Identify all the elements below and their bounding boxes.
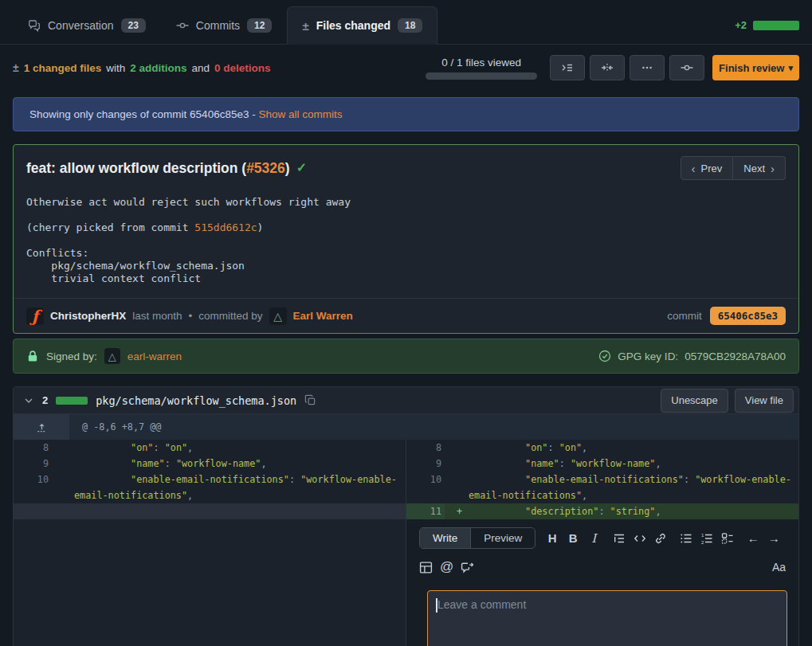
diff-file-name[interactable]: pkg/schema/workflow_schema.json	[96, 394, 296, 407]
deletions-text: 0 deletions	[214, 62, 271, 74]
committer-avatar-logo: △	[273, 311, 282, 322]
whitespace-icon	[601, 61, 614, 74]
code-line-added: "description": "string",	[464, 503, 798, 519]
signer-name[interactable]: earl-warren	[127, 350, 182, 362]
view-file-button[interactable]: View file	[735, 389, 794, 413]
inline-comment-editor: Write Preview H B I	[406, 519, 798, 646]
line-op	[445, 472, 464, 503]
write-tab[interactable]: Write	[420, 528, 471, 548]
tab-conversation[interactable]: Conversation 23	[13, 6, 161, 45]
tab-files-changed-count: 18	[398, 18, 422, 33]
commit-hash-badge[interactable]: 65406c85e3	[710, 307, 786, 325]
expand-hunk-button[interactable]	[14, 414, 69, 440]
commit-message: Otherwise act would reject such workflow…	[14, 180, 798, 298]
line-number-old[interactable]: 9	[14, 456, 52, 472]
line-number-new[interactable]: 9	[406, 456, 445, 472]
line-number-old[interactable]: 10	[14, 472, 52, 503]
commit-label: commit	[667, 310, 702, 322]
line-op	[52, 440, 69, 456]
file-additions-count: 2	[42, 394, 48, 406]
avatar[interactable]: ƒ	[26, 307, 44, 325]
tab-commits[interactable]: Commits 12	[161, 6, 288, 45]
line-number-new[interactable]: 11	[406, 503, 445, 519]
select-commit-button[interactable]	[669, 55, 704, 80]
gpg-key-label: GPG key ID:	[618, 350, 678, 362]
code-line-old: "on": "on",	[69, 440, 406, 456]
commit-filter-banner: Showing only changes of commit 65406c85e…	[13, 97, 799, 131]
signer-avatar-logo: △	[108, 351, 116, 362]
commit-message-conflicts: Conflicts: pkg/schema/workflow_schema.js…	[26, 247, 245, 284]
line-op	[52, 456, 69, 472]
commit-time: last month	[132, 310, 182, 322]
avatar[interactable]: △	[269, 307, 287, 325]
additions-text: 2 additions	[130, 62, 186, 74]
arrow-left-icon[interactable]: ←	[743, 531, 763, 545]
table-icon[interactable]	[419, 561, 440, 574]
empty-line-placeholder	[14, 503, 406, 519]
tasklist-icon[interactable]	[717, 532, 738, 545]
code-line-new: "on": "on",	[464, 440, 798, 456]
heading-icon[interactable]: H	[542, 531, 563, 545]
preview-tab[interactable]: Preview	[471, 528, 535, 548]
caret-down-icon: ▾	[788, 63, 793, 73]
italic-icon[interactable]: I	[583, 531, 604, 546]
next-commit-button[interactable]: Next ›	[733, 156, 786, 180]
tab-commits-label: Commits	[196, 19, 240, 32]
list-ordered-icon[interactable]: 12	[696, 532, 717, 545]
signed-banner: Signed by: △ earl-warren GPG key ID: 057…	[13, 339, 799, 374]
line-number-new[interactable]: 8	[406, 440, 445, 456]
lock-icon	[26, 350, 39, 362]
comment-input[interactable]	[427, 590, 787, 646]
banner-text: Showing only changes of commit 65406c85e…	[29, 108, 258, 120]
whitespace-toggle-button[interactable]	[590, 55, 625, 80]
mention-icon[interactable]: @	[440, 559, 461, 575]
commit-title: feat: allow workflow description (#5326)…	[26, 156, 307, 180]
code-line-new: "name": "workflow-name",	[464, 456, 798, 472]
show-all-commits-link[interactable]: Show all commits	[258, 108, 342, 120]
commit-author-name[interactable]: ChristopherHX	[50, 310, 126, 322]
tab-files-changed[interactable]: ± Files changed 18	[287, 6, 437, 45]
check-icon: ✓	[296, 156, 307, 180]
line-number-old[interactable]: 8	[14, 440, 52, 456]
tab-commits-count: 12	[247, 18, 272, 33]
diff-file-header: 2 pkg/schema/workflow_schema.json Unesca…	[14, 387, 798, 414]
pr-number-link[interactable]: #5326	[246, 160, 285, 176]
diff-options-button[interactable]	[630, 55, 665, 80]
file-tree-button[interactable]	[550, 55, 585, 80]
code-icon[interactable]	[630, 532, 650, 545]
view-file-label: View file	[745, 394, 783, 406]
bold-icon[interactable]: B	[563, 531, 583, 545]
unescape-button[interactable]: Unescape	[661, 389, 728, 413]
ellipsis-icon	[641, 61, 653, 74]
code-line-old: "enable-email-notifications": "workflow-…	[69, 472, 406, 503]
diff-file-box: 2 pkg/schema/workflow_schema.json Unesca…	[13, 386, 799, 646]
list-unordered-icon[interactable]	[676, 532, 696, 545]
quote-icon[interactable]	[609, 532, 630, 545]
svg-text:2: 2	[701, 539, 704, 544]
copy-icon[interactable]	[304, 394, 316, 406]
signed-by-label: Signed by:	[46, 350, 97, 362]
commit-message-line: (cherry picked from commit	[26, 221, 194, 233]
editor-tabs: Write Preview	[419, 527, 535, 549]
files-viewed-progress: 0 / 1 files viewed	[426, 57, 537, 80]
finish-review-label: Finish review	[719, 62, 784, 74]
line-op	[445, 440, 464, 456]
committer-name[interactable]: Earl Warren	[293, 310, 353, 322]
reference-icon[interactable]	[461, 561, 481, 574]
code-line-old: "name": "workflow-name",	[69, 456, 406, 472]
arrow-right-icon[interactable]: →	[763, 531, 784, 545]
diff-stats: +2	[735, 19, 799, 31]
file-diff-icon: ±	[302, 19, 308, 33]
finish-review-button[interactable]: Finish review ▾	[712, 55, 799, 80]
cherry-pick-commit-link[interactable]: 515dd6612c	[194, 221, 257, 233]
tab-conversation-count: 23	[121, 18, 146, 33]
chevron-down-icon[interactable]	[23, 395, 34, 406]
prev-commit-button[interactable]: ‹ Prev	[681, 156, 734, 180]
font-size-icon[interactable]: Aa	[772, 561, 786, 574]
verified-icon	[598, 350, 611, 362]
changed-files-count: 1 changed files	[24, 62, 102, 74]
line-number-new[interactable]: 10	[406, 472, 445, 503]
link-icon[interactable]	[650, 532, 671, 545]
avatar[interactable]: △	[104, 348, 120, 364]
commit-message-line: )	[257, 221, 264, 233]
